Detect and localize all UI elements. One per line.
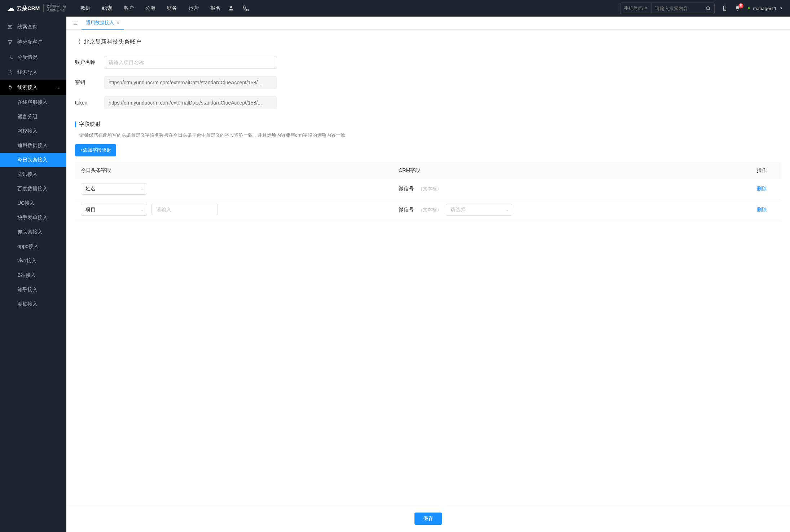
footer: 保存	[66, 505, 790, 532]
crm-field-type: （文本框）	[418, 207, 442, 213]
sidebar-item[interactable]: 线索导入	[0, 65, 66, 80]
sidebar-subitem[interactable]: 网校接入	[0, 124, 66, 138]
search-wrap: 手机号码 ▼	[620, 3, 715, 14]
sidebar-subitem[interactable]: 美柚接入	[0, 297, 66, 311]
source-field-input[interactable]	[152, 204, 218, 215]
svg-marker-7	[8, 40, 12, 44]
mapping-section-header: 字段映射	[75, 121, 781, 128]
tab-generic-data[interactable]: 通用数据接入 ✕	[82, 17, 124, 30]
col-crm: CRM字段	[393, 162, 675, 179]
sidebar-item[interactable]: 线索查询	[0, 19, 66, 35]
account-name-label: 账户名称	[75, 59, 104, 66]
logo-text: 云朵CRM	[17, 5, 40, 12]
main: 通用数据接入 ✕ 〈 北京昱新科技头条账户 账户名称 密钥 token 字段映射…	[66, 17, 790, 532]
svg-point-0	[230, 6, 232, 8]
notification-badge: 5	[738, 3, 743, 8]
sidebar-subitem[interactable]: 百度数据接入	[0, 182, 66, 196]
status-dot	[748, 7, 750, 9]
delete-link[interactable]: 删除	[757, 186, 767, 191]
bell-icon[interactable]: 5	[735, 5, 741, 11]
delete-link[interactable]: 删除	[757, 207, 767, 212]
back-icon[interactable]: 〈	[75, 38, 81, 46]
sidebar-subitem[interactable]: 留言分组	[0, 110, 66, 124]
svg-rect-2	[724, 6, 726, 10]
secret-label: 密钥	[75, 79, 104, 86]
nav-item[interactable]: 财务	[167, 5, 177, 12]
sidebar-item[interactable]: 分配情况	[0, 50, 66, 65]
mapping-hint: 请确保您在此填写的头条自定义字段名称与在今日头条平台中自定义的字段名称一致，并且…	[75, 132, 781, 138]
top-header: ☁ 云朵CRM 教育机构一站 式服务云平台 数据线索客户公海财务运营报名 手机号…	[0, 0, 790, 17]
logo: ☁ 云朵CRM 教育机构一站 式服务云平台	[7, 4, 66, 13]
user-icon[interactable]	[228, 5, 235, 12]
sidebar: 线索查询待分配客户分配情况线索导入线索接入⌃在线客服接入留言分组网校接入通用数据…	[0, 17, 66, 532]
nav-item[interactable]: 线索	[102, 5, 112, 12]
save-button[interactable]: 保存	[414, 513, 442, 525]
nav-item[interactable]: 客户	[124, 5, 134, 12]
username: manager11	[753, 6, 777, 11]
export-icon	[7, 70, 13, 75]
sidebar-item[interactable]: 线索接入⌃	[0, 80, 66, 95]
section-accent-bar	[75, 121, 76, 127]
tabs-bar: 通用数据接入 ✕	[66, 17, 790, 30]
sidebar-subitem[interactable]: oppo接入	[0, 239, 66, 254]
crm-field-label: 微信号	[399, 186, 414, 192]
nav-item[interactable]: 运营	[189, 5, 199, 12]
user-menu[interactable]: manager11 ▼	[748, 6, 783, 11]
filter-icon	[7, 40, 13, 45]
crm-field-select[interactable]: 请选择	[446, 204, 512, 216]
mapping-table: 今日头条字段 CRM字段 操作 姓名⌄微信号（文本框）删除项目⌄微信号（文本框）…	[75, 162, 781, 220]
crm-field-type: （文本框）	[418, 186, 442, 192]
search-input[interactable]	[651, 4, 702, 13]
search-type-select[interactable]: 手机号码 ▼	[620, 3, 651, 14]
phone-call-icon[interactable]	[242, 5, 249, 12]
mapping-title: 字段映射	[79, 121, 101, 128]
sidebar-subitem[interactable]: B站接入	[0, 268, 66, 283]
search-button[interactable]	[702, 4, 714, 13]
nav-item[interactable]: 公海	[145, 5, 155, 12]
tab-label: 通用数据接入	[86, 19, 114, 26]
nav-item[interactable]: 数据	[80, 5, 91, 12]
sidebar-subitem[interactable]: 趣头条接入	[0, 225, 66, 239]
crm-field-label: 微信号	[399, 207, 414, 213]
mobile-icon[interactable]	[722, 5, 728, 11]
nav-item[interactable]: 报名	[210, 5, 220, 12]
svg-point-1	[706, 6, 710, 10]
plug-icon	[7, 85, 13, 90]
sidebar-subitem[interactable]: 今日头条接入	[0, 153, 66, 167]
logo-sub: 教育机构一站 式服务云平台	[43, 4, 66, 12]
account-name-input[interactable]	[104, 56, 277, 69]
secret-input[interactable]	[104, 76, 277, 89]
sidebar-subitem[interactable]: 在线客服接入	[0, 95, 66, 110]
mapping-tbody: 姓名⌄微信号（文本框）删除项目⌄微信号（文本框）请选择⌄删除	[75, 179, 781, 220]
sidebar-subitem[interactable]: 快手表单接入	[0, 210, 66, 225]
pie-icon	[7, 55, 13, 60]
collapse-sidebar-button[interactable]	[69, 18, 82, 28]
table-row: 姓名⌄微信号（文本框）删除	[75, 179, 781, 199]
sidebar-subitem[interactable]: 腾讯接入	[0, 167, 66, 182]
close-icon[interactable]: ✕	[116, 20, 120, 25]
add-mapping-button[interactable]: +添加字段映射	[75, 144, 116, 156]
breadcrumb: 〈 北京昱新科技头条账户	[75, 38, 781, 46]
page-title: 北京昱新科技头条账户	[84, 38, 141, 46]
content: 〈 北京昱新科技头条账户 账户名称 密钥 token 字段映射 请确保您在此填写…	[66, 30, 790, 505]
source-field-select[interactable]: 项目	[81, 204, 147, 216]
sidebar-subitem[interactable]: vivo接入	[0, 254, 66, 268]
col-action: 操作	[675, 162, 781, 179]
table-row: 项目⌄微信号（文本框）请选择⌄删除	[75, 199, 781, 220]
sidebar-subitem[interactable]: UC接入	[0, 196, 66, 210]
header-right: 手机号码 ▼ 5 manager11 ▼	[620, 3, 783, 14]
sidebar-subitem[interactable]: 知乎接入	[0, 283, 66, 297]
top-nav-icons	[228, 5, 249, 12]
source-field-select[interactable]: 姓名	[81, 183, 147, 195]
logo-icon: ☁	[7, 4, 14, 13]
sidebar-subitem[interactable]: 通用数据接入	[0, 138, 66, 153]
chevron-down-icon: ▼	[644, 6, 648, 10]
token-input[interactable]	[104, 96, 277, 109]
chevron-down-icon: ▼	[780, 6, 783, 10]
sidebar-item[interactable]: 待分配客户	[0, 35, 66, 50]
list-icon	[7, 25, 13, 30]
chevron-down-icon: ⌃	[56, 86, 59, 90]
token-label: token	[75, 100, 104, 106]
col-source: 今日头条字段	[75, 162, 393, 179]
top-nav: 数据线索客户公海财务运营报名	[80, 5, 220, 12]
